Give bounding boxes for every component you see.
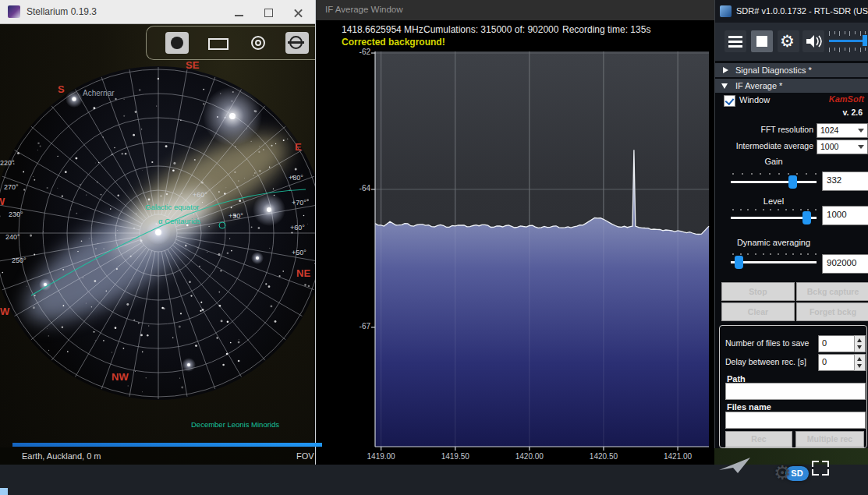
recording-group: Number of files to save 0 Delay between … — [719, 325, 867, 448]
stellarium-sky-view[interactable]: SESENEWWNW220°270°230°240°250°+80°+70°+6… — [0, 24, 315, 465]
volume-track[interactable] — [829, 40, 866, 42]
slider-thumb[interactable] — [788, 175, 797, 189]
meteor-radiant-label: December Leonis Minorids — [191, 420, 279, 429]
ocular-settings-button[interactable] — [285, 32, 309, 54]
intermediate-average-label: Intermediate average — [715, 141, 813, 150]
window-checkbox[interactable] — [724, 95, 735, 107]
delay-input[interactable]: 0 — [818, 354, 855, 371]
sky-label: +60° — [193, 191, 207, 199]
sdrsharp-app-icon — [720, 5, 732, 17]
fov-status: FOV — [296, 451, 314, 461]
section-signal-diagnostics[interactable]: Signal Diagnostics * — [715, 63, 868, 77]
stop-icon — [756, 36, 767, 47]
sky-label: 250° — [12, 256, 27, 264]
sky-label: 240° — [5, 233, 20, 241]
minimize-button[interactable] — [229, 6, 250, 18]
slider-track[interactable] — [731, 261, 817, 263]
compass-label: E — [295, 141, 302, 153]
slider-track[interactable] — [731, 217, 817, 219]
fft-resolution-select[interactable]: 1024 — [817, 123, 868, 138]
slider-track[interactable] — [731, 181, 817, 183]
maximize-button[interactable] — [258, 6, 278, 18]
video-progress-bar[interactable] — [12, 443, 322, 447]
clear-button[interactable]: Clear — [721, 302, 795, 321]
delay-spinner[interactable] — [854, 354, 866, 371]
gain-value: 332 — [827, 175, 841, 185]
chevron-down-icon — [858, 129, 864, 133]
settings-button[interactable]: ⚙ — [778, 30, 799, 52]
intermediate-average-value: 1000 — [820, 142, 838, 151]
x-axis-tick-label: 1419.00 — [360, 452, 402, 461]
frequency-readout: 1418.6625954 MHz — [342, 24, 423, 35]
expand-icon — [723, 67, 728, 73]
if-average-title: IF Average Window — [325, 5, 403, 14]
share-plane-icon[interactable] — [717, 456, 753, 476]
fft-resolution-value: 1024 — [820, 126, 838, 135]
y-axis-tick-label: -64 — [344, 184, 370, 193]
path-input[interactable] — [725, 383, 866, 400]
stellarium-statusbar: Earth, Auckland, 0 m FOV — [0, 447, 315, 465]
stop-button[interactable] — [751, 30, 773, 52]
compass-label: NE — [296, 267, 310, 279]
compass-label: W — [0, 306, 10, 317]
ccd-frame-icon — [208, 38, 229, 50]
spin-down-icon — [857, 345, 862, 349]
stop-average-button[interactable]: Stop — [721, 282, 795, 301]
slider-thumb[interactable] — [735, 256, 743, 269]
plugin-brand: KamSoft — [829, 94, 864, 104]
section-label: Signal Diagnostics * — [735, 65, 812, 75]
stellarium-window: Stellarium 0.19.3 SESENEWWNW220°270°230°… — [0, 0, 315, 465]
x-axis-tick-label: 1419.50 — [434, 452, 477, 461]
ocular-view-button[interactable] — [165, 32, 189, 54]
files-to-save-label: Number of files to save — [725, 338, 809, 348]
meteor-radiant-label: α Centaurids — [158, 217, 200, 225]
ccd-frame-button[interactable] — [206, 32, 229, 54]
video-settings-gear-icon[interactable]: ⚙ — [774, 461, 791, 484]
fullscreen-button[interactable] — [812, 461, 829, 476]
level-value-box[interactable]: 1000 — [822, 206, 868, 225]
dynamic-averaging-value-box[interactable]: 902000 — [822, 254, 868, 274]
volume-thumb[interactable] — [863, 35, 867, 46]
chevron-down-icon — [858, 145, 864, 149]
stellarium-title: Stellarium 0.19.3 — [27, 6, 97, 17]
telrad-button[interactable] — [246, 32, 270, 54]
spectrum-canvas[interactable] — [375, 51, 709, 447]
spin-down-icon — [857, 364, 862, 368]
y-axis-tick-label: -62 — [344, 48, 370, 56]
dynamic-averaging-label: Dynamic averaging — [715, 238, 832, 247]
fft-resolution-label: FFT resolution — [715, 125, 813, 134]
record-button[interactable]: Rec — [725, 431, 792, 447]
if-average-window: IF Average Window 1418.6625954 MHz Cumul… — [315, 0, 715, 465]
files-to-save-input[interactable]: 0 — [818, 335, 855, 352]
delay-value: 0 — [822, 357, 827, 366]
multiple-record-button[interactable]: Multiple rec — [795, 431, 864, 447]
screen: { "icons": {"gear": "⚙", "cloud": "☁"}, … — [0, 0, 868, 495]
sky-label: +60° — [290, 224, 305, 232]
menu-button[interactable] — [725, 30, 746, 52]
x-axis-tick-label: 1420.00 — [508, 452, 551, 461]
files-name-label: Files name — [727, 402, 771, 412]
oculars-toolbar — [146, 26, 315, 60]
close-button[interactable] — [288, 6, 308, 18]
compass-label: W — [0, 196, 5, 207]
audio-mute-button[interactable] — [802, 30, 824, 52]
compass-label: NW — [112, 371, 129, 383]
x-axis-tick-label: 1421.00 — [657, 452, 699, 461]
background-capture-button[interactable]: Bckg capture — [796, 282, 868, 301]
slider-ticks — [732, 209, 815, 211]
forget-background-button[interactable]: Forget bckg — [796, 302, 868, 321]
volume-ruler-bottom — [829, 48, 866, 52]
intermediate-average-select[interactable]: 1000 — [817, 140, 868, 154]
gain-value-box[interactable]: 332 — [822, 171, 868, 191]
sky-dome[interactable] — [0, 24, 315, 447]
files-name-input[interactable] — [725, 412, 866, 429]
volume-slider[interactable] — [829, 23, 868, 61]
slider-thumb[interactable] — [802, 211, 811, 225]
files-to-save-spinner[interactable] — [854, 335, 866, 352]
gear-icon: ⚙ — [780, 30, 795, 52]
sky-canvas[interactable]: SESENEWWNW220°270°230°240°250°+80°+70°+6… — [0, 24, 315, 447]
sky-label: +70° — [292, 199, 306, 207]
section-if-average[interactable]: IF Average * — [715, 79, 868, 93]
location-status: Earth, Auckland, 0 m — [22, 451, 101, 461]
spectrum-plot[interactable]: -62-64-671419.001419.501420.001420.50142… — [375, 51, 709, 447]
